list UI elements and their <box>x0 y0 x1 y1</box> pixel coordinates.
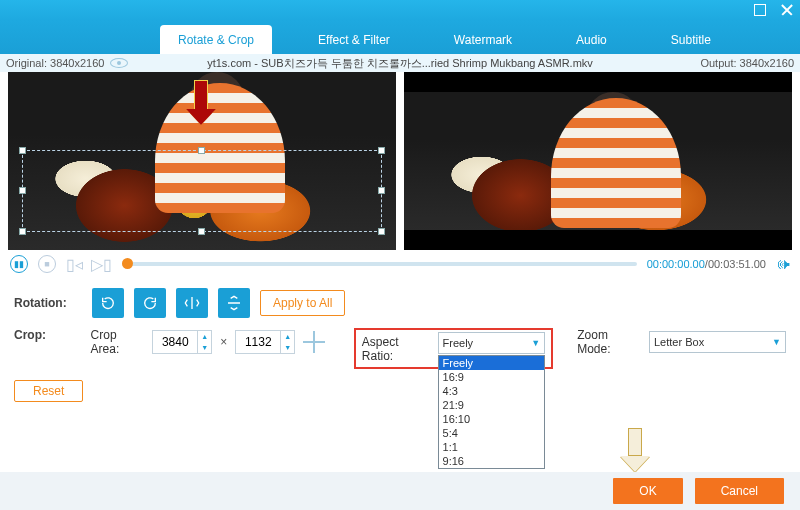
titlebar <box>0 0 800 20</box>
source-pane[interactable] <box>8 72 396 250</box>
aspect-option-4-3[interactable]: 4:3 <box>439 384 545 398</box>
next-frame-icon[interactable]: ▷▯ <box>91 255 112 274</box>
crop-rectangle[interactable] <box>22 150 382 232</box>
spin-down-icon[interactable]: ▼ <box>198 342 211 353</box>
spin-down-icon[interactable]: ▼ <box>281 342 294 353</box>
aspect-option-16-9[interactable]: 16:9 <box>439 370 545 384</box>
controls-panel: Rotation: Apply to All Crop: Crop Area: … <box>0 278 800 405</box>
maximize-icon[interactable] <box>754 4 766 16</box>
pause-button[interactable]: ▮▮ <box>10 255 28 273</box>
tab-watermark[interactable]: Watermark <box>436 25 530 54</box>
annotation-arrow-icon <box>620 428 650 474</box>
tab-effect-filter[interactable]: Effect & Filter <box>300 25 408 54</box>
info-bar: Original: 3840x2160 yt1s.com - SUB치즈가득 두… <box>0 54 800 72</box>
flip-vertical-button[interactable] <box>218 288 250 318</box>
ok-button[interactable]: OK <box>613 478 682 504</box>
crop-height-input[interactable]: ▲▼ <box>235 330 295 354</box>
aspect-ratio-highlight: Aspect Ratio: Freely ▼ Freely 16:9 4:3 2… <box>354 328 553 369</box>
chevron-down-icon: ▼ <box>772 337 781 347</box>
stop-button[interactable]: ■ <box>38 255 56 273</box>
aspect-ratio-selected: Freely <box>443 337 474 349</box>
reset-button[interactable]: Reset <box>14 380 83 402</box>
close-icon[interactable] <box>780 4 792 16</box>
spin-up-icon[interactable]: ▲ <box>281 331 294 342</box>
crop-height-field[interactable] <box>236 335 280 349</box>
tab-bar: Rotate & Crop Effect & Filter Watermark … <box>0 20 800 54</box>
zoom-mode-label: Zoom Mode: <box>577 328 643 356</box>
seek-track[interactable] <box>122 262 637 266</box>
zoom-mode-selected: Letter Box <box>654 336 704 348</box>
crop-label: Crop: <box>14 328 81 342</box>
aspect-option-5-4[interactable]: 5:4 <box>439 426 545 440</box>
crop-area-label: Crop Area: <box>91 328 145 356</box>
tab-audio[interactable]: Audio <box>558 25 625 54</box>
rotation-label: Rotation: <box>14 296 82 310</box>
spin-up-icon[interactable]: ▲ <box>198 331 211 342</box>
timeline: ▮▮ ■ ▯◃ ▷▯ 00:00:00.00/00:03:51.00 🕪 <box>0 250 800 278</box>
tab-subtitle[interactable]: Subtitle <box>653 25 729 54</box>
frame-nav: ▯◃ ▷▯ <box>66 255 112 274</box>
center-crop-icon[interactable] <box>303 331 324 353</box>
aspect-option-9-16[interactable]: 9:16 <box>439 454 545 468</box>
cancel-button[interactable]: Cancel <box>695 478 784 504</box>
aspect-option-1-1[interactable]: 1:1 <box>439 440 545 454</box>
aspect-ratio-dropdown[interactable]: Freely 16:9 4:3 21:9 16:10 5:4 1:1 9:16 <box>438 355 546 469</box>
total-time: 00:03:51.00 <box>708 258 766 270</box>
output-pane <box>404 72 792 250</box>
prev-frame-icon[interactable]: ▯◃ <box>66 255 83 274</box>
footer: OK Cancel <box>0 472 800 510</box>
aspect-option-16-10[interactable]: 16:10 <box>439 412 545 426</box>
file-title: yt1s.com - SUB치즈가득 두툼한 치즈롤까스...ried Shri… <box>0 56 800 71</box>
crop-width-input[interactable]: ▲▼ <box>152 330 212 354</box>
crop-width-field[interactable] <box>153 335 197 349</box>
apply-to-all-button[interactable]: Apply to All <box>260 290 345 316</box>
time-display: 00:00:00.00/00:03:51.00 <box>647 258 766 270</box>
chevron-down-icon: ▼ <box>531 338 540 348</box>
tab-rotate-crop[interactable]: Rotate & Crop <box>160 25 272 54</box>
zoom-mode-select[interactable]: Letter Box ▼ <box>649 331 786 353</box>
current-time: 00:00:00.00 <box>647 258 705 270</box>
rotate-left-button[interactable] <box>92 288 124 318</box>
aspect-ratio-select[interactable]: Freely ▼ Freely 16:9 4:3 21:9 16:10 5:4 … <box>438 332 546 354</box>
aspect-option-21-9[interactable]: 21:9 <box>439 398 545 412</box>
rotate-right-button[interactable] <box>134 288 166 318</box>
annotation-arrow-icon <box>186 80 216 128</box>
flip-horizontal-button[interactable] <box>176 288 208 318</box>
multiply-sign: × <box>220 335 227 349</box>
preview-area <box>0 72 800 250</box>
aspect-option-freely[interactable]: Freely <box>439 356 545 370</box>
seek-thumb[interactable] <box>122 258 133 269</box>
aspect-ratio-label: Aspect Ratio: <box>362 332 432 363</box>
volume-icon[interactable]: 🕪 <box>776 256 790 272</box>
